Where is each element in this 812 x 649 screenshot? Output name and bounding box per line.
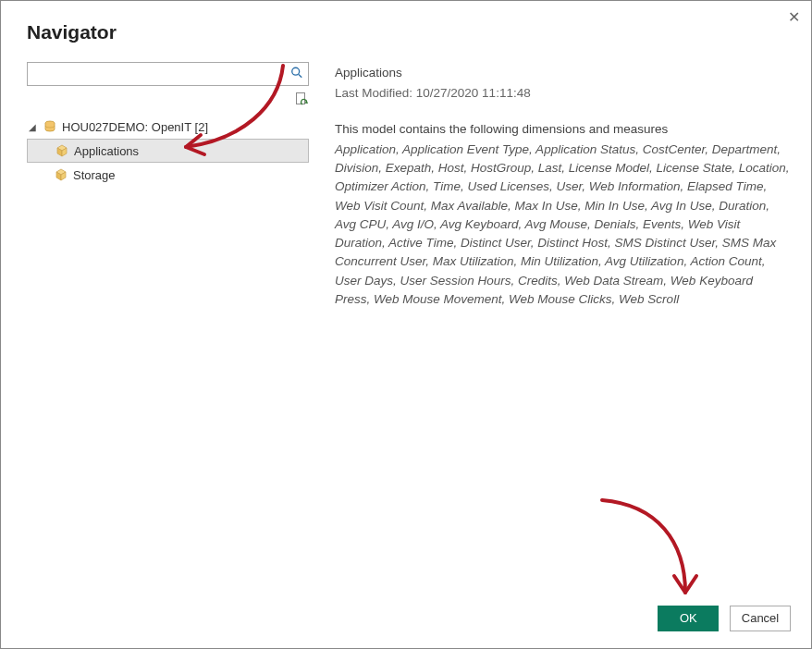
dialog-footer: OK Cancel xyxy=(1,594,811,648)
close-button[interactable]: ✕ xyxy=(788,8,800,26)
ok-button[interactable]: OK xyxy=(658,606,719,631)
database-icon xyxy=(43,120,56,133)
details-pane: Applications Last Modified: 10/27/2020 1… xyxy=(335,62,791,585)
tree-item-label: Applications xyxy=(74,144,139,158)
tree-item-label: Storage xyxy=(73,168,116,182)
refresh-icon[interactable] xyxy=(294,92,309,106)
refresh-row xyxy=(27,92,309,109)
tree-root-label: HOU027DEMO: OpenIT [2] xyxy=(62,120,208,134)
cube-icon xyxy=(55,144,68,157)
details-dimensions: Application, Application Event Type, App… xyxy=(335,141,791,309)
search-row xyxy=(27,62,309,86)
navigator-dialog: ✕ Navigator xyxy=(0,0,812,649)
details-modified: Last Modified: 10/27/2020 11:11:48 xyxy=(335,84,791,103)
tree-item-storage[interactable]: Storage xyxy=(27,163,309,187)
cancel-button[interactable]: Cancel xyxy=(730,606,791,631)
dialog-body: ◢ HOU027DEMO: OpenIT [2] xyxy=(1,53,811,594)
cube-icon xyxy=(55,168,68,181)
navigator-left-pane: ◢ HOU027DEMO: OpenIT [2] xyxy=(27,62,309,585)
search-input[interactable] xyxy=(27,62,309,86)
tree-root-node[interactable]: ◢ HOU027DEMO: OpenIT [2] xyxy=(27,115,309,139)
tree-item-applications[interactable]: Applications xyxy=(27,139,309,163)
navigator-tree: ◢ HOU027DEMO: OpenIT [2] xyxy=(27,115,309,187)
tree-caret-icon: ◢ xyxy=(29,122,40,132)
details-title: Applications xyxy=(335,64,791,82)
dialog-title: Navigator xyxy=(27,21,785,43)
dialog-header: Navigator xyxy=(1,1,811,53)
details-description-intro: This model contains the following dimens… xyxy=(335,120,791,139)
